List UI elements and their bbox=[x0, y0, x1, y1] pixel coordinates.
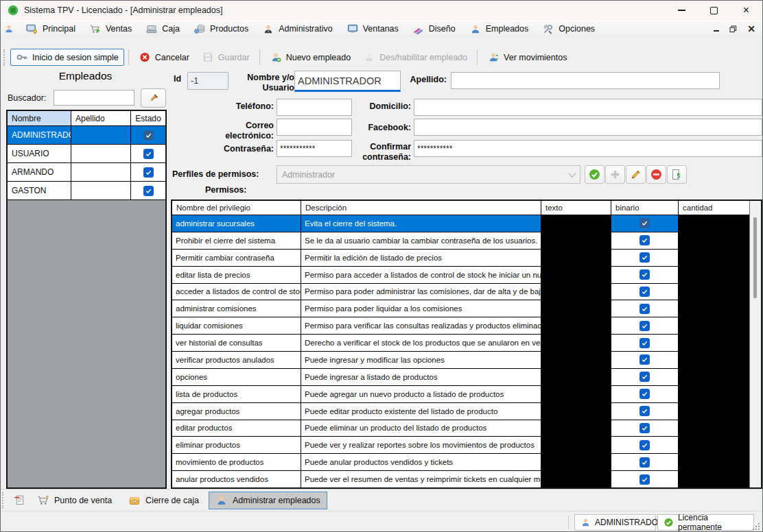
binario-checkbox[interactable] bbox=[639, 440, 650, 450]
domicilio-field[interactable] bbox=[414, 99, 762, 116]
apply-profile-button[interactable] bbox=[585, 165, 604, 184]
binario-checkbox[interactable] bbox=[639, 389, 650, 399]
delete-profile-button[interactable] bbox=[646, 165, 666, 184]
mdi-restore-button[interactable] bbox=[729, 25, 737, 33]
permission-row[interactable]: opcionesPuede ingresar a listado de prod… bbox=[172, 369, 749, 386]
transfer-profile-button[interactable] bbox=[667, 165, 687, 184]
estado-checkbox[interactable] bbox=[143, 186, 154, 196]
column-header-estado[interactable]: Estado bbox=[131, 111, 165, 125]
texto-cell bbox=[541, 335, 611, 351]
edit-profile-button[interactable] bbox=[626, 165, 646, 184]
guardar-button[interactable]: Guardar bbox=[196, 49, 255, 66]
employee-row[interactable]: ARMANDO bbox=[8, 163, 165, 182]
permission-row[interactable]: agregar productosPuede editar producto e… bbox=[172, 403, 749, 420]
permission-row[interactable]: editar productosPuede eliminar un produc… bbox=[172, 420, 749, 437]
permission-row[interactable]: administrar sucursalesEvita el cierre de… bbox=[172, 215, 749, 232]
close-button[interactable]: × bbox=[730, 1, 762, 20]
facebook-field[interactable] bbox=[414, 119, 762, 136]
column-header-descripcion[interactable]: Descripción bbox=[301, 201, 541, 215]
tab-administrar-empleados[interactable]: Administrar empleados bbox=[209, 492, 327, 509]
permission-row[interactable]: lista de productosPuede agregar un nuevo… bbox=[172, 386, 749, 403]
ver-movimientos-button[interactable]: Ver movimientos bbox=[482, 49, 572, 66]
inicio-de-sesion-simple-button[interactable]: Inicio de sesion simple bbox=[10, 49, 124, 66]
menu-item-administrativo[interactable]: Administrativo bbox=[255, 22, 340, 36]
menu-item-productos[interactable]: Productos bbox=[187, 22, 255, 36]
add-profile-button[interactable] bbox=[605, 165, 625, 184]
search-input[interactable] bbox=[54, 90, 134, 106]
taskbar-grip[interactable] bbox=[2, 492, 5, 509]
correo-field[interactable] bbox=[277, 119, 352, 136]
menu-item-opciones[interactable]: Opciones bbox=[535, 22, 602, 36]
binario-checkbox[interactable] bbox=[639, 474, 650, 485]
scrollbar-thumb[interactable] bbox=[753, 217, 757, 298]
permission-row[interactable]: editar lista de preciosPermiso para acce… bbox=[172, 267, 749, 284]
binario-checkbox[interactable] bbox=[639, 235, 650, 245]
permission-row[interactable]: verificar productos anuladosPuede ingres… bbox=[172, 352, 749, 369]
column-header-apellido[interactable]: Apellido bbox=[71, 111, 131, 125]
minimize-button[interactable] bbox=[666, 1, 698, 20]
binario-checkbox[interactable] bbox=[639, 304, 650, 314]
binario-checkbox[interactable] bbox=[639, 406, 650, 416]
binario-checkbox[interactable] bbox=[639, 372, 650, 382]
permission-row[interactable]: eliminar productosPuede ver y realizar r… bbox=[172, 437, 749, 454]
permission-row[interactable]: ver historial de consultasDerecho a veri… bbox=[172, 335, 749, 352]
column-header-nombre-del-privilegio[interactable]: Nombre del privilegio bbox=[172, 201, 301, 215]
column-header-binario[interactable]: binario bbox=[611, 201, 679, 215]
cancelar-button[interactable]: Cancelar bbox=[133, 49, 195, 66]
current-user-panel: ADMINISTRADOR bbox=[574, 514, 656, 531]
privilegio-cell: Permitir cambiar contraseña bbox=[172, 250, 301, 266]
column-header-texto[interactable]: texto bbox=[541, 201, 611, 215]
menu-item-principal[interactable]: Principal bbox=[19, 22, 82, 36]
employee-row[interactable]: ADMINISTRADOR bbox=[8, 126, 165, 145]
binario-checkbox[interactable] bbox=[639, 321, 650, 331]
permission-row[interactable]: anular productos vendidosPuede ver el re… bbox=[172, 471, 749, 487]
binario-checkbox[interactable] bbox=[639, 457, 650, 468]
binario-checkbox[interactable] bbox=[639, 252, 650, 263]
permission-row[interactable]: Prohibir el cierre del sistemaSe le da a… bbox=[172, 232, 749, 250]
des-habilitar-empleado-button[interactable]: Des/habilitar empleado bbox=[357, 49, 473, 66]
report-button[interactable] bbox=[10, 492, 30, 509]
permission-row[interactable]: administrar comisionesPermiso para poder… bbox=[172, 300, 749, 317]
menu-item-ventas[interactable]: Ventas bbox=[82, 22, 139, 36]
binario-checkbox[interactable] bbox=[639, 338, 650, 348]
permission-row[interactable]: liquidar comisionesPermiso para verifica… bbox=[172, 317, 749, 335]
binario-checkbox[interactable] bbox=[639, 423, 650, 433]
id-field[interactable] bbox=[187, 72, 228, 90]
employee-row[interactable]: USUARIO bbox=[8, 145, 165, 163]
estado-checkbox[interactable] bbox=[143, 149, 154, 159]
menu-item-caja[interactable]: Caja bbox=[139, 22, 187, 36]
tab-cierre-de-caja[interactable]: $Cierre de caja bbox=[121, 492, 206, 509]
clear-search-button[interactable] bbox=[141, 88, 166, 108]
permissions-scrollbar[interactable] bbox=[749, 201, 761, 487]
permission-row[interactable]: movimiento de productosPuede anular prod… bbox=[172, 454, 749, 471]
contrasena-field[interactable] bbox=[277, 140, 352, 157]
ventanas-icon bbox=[347, 24, 359, 34]
telefono-field[interactable] bbox=[277, 99, 352, 116]
binario-checkbox[interactable] bbox=[639, 218, 650, 228]
resize-grip[interactable] bbox=[758, 529, 760, 530]
mdi-minimize-button[interactable] bbox=[714, 30, 719, 32]
permission-row[interactable]: Permitir cambiar contraseñaPermitir la e… bbox=[172, 250, 749, 267]
binario-checkbox[interactable] bbox=[639, 287, 650, 297]
menu-item-diseno[interactable]: Diseño bbox=[406, 22, 462, 36]
maximize-button[interactable] bbox=[698, 1, 730, 20]
binario-checkbox[interactable] bbox=[639, 269, 650, 280]
mdi-close-button[interactable]: ✕ bbox=[747, 25, 755, 33]
estado-checkbox[interactable] bbox=[143, 130, 154, 141]
estado-checkbox[interactable] bbox=[143, 167, 154, 178]
column-header-cantidad[interactable]: cantidad bbox=[679, 201, 749, 215]
binario-checkbox[interactable] bbox=[639, 354, 650, 365]
menu-item-ventanas[interactable]: Ventanas bbox=[340, 22, 406, 36]
confirmar-contrasena-field[interactable] bbox=[414, 140, 762, 157]
nuevo-empleado-button[interactable]: Nuevo empleado bbox=[264, 49, 357, 66]
toolbar-grip[interactable] bbox=[3, 49, 7, 66]
administrativo-icon bbox=[262, 24, 274, 34]
tab-punto-de-venta[interactable]: Punto de venta bbox=[30, 492, 119, 509]
employee-row[interactable]: GASTON bbox=[8, 182, 165, 200]
apellido-field[interactable] bbox=[451, 72, 720, 89]
menu-item-empleados[interactable]: Empleados bbox=[462, 22, 536, 36]
permission-row[interactable]: acceder a listados de control de stockPe… bbox=[172, 284, 749, 301]
column-header-nombre[interactable]: Nombre bbox=[8, 111, 71, 125]
perfiles-combobox[interactable]: Administrador bbox=[277, 165, 580, 184]
nombre-usuario-field[interactable] bbox=[294, 71, 401, 92]
